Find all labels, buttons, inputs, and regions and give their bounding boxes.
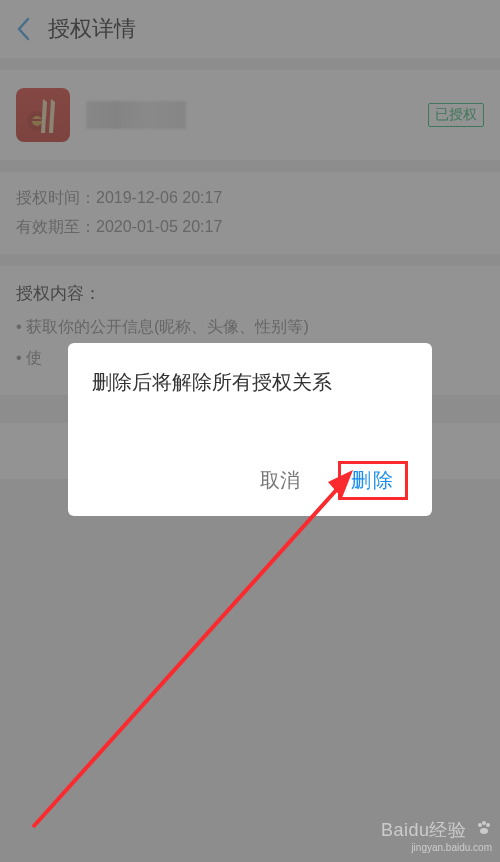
confirm-dialog: 删除后将解除所有授权关系 取消 删除 (68, 343, 432, 516)
watermark-url: jingyan.baidu.com (381, 842, 492, 854)
svg-point-7 (486, 823, 490, 827)
delete-button[interactable]: 删除 (338, 461, 408, 500)
watermark-brand: Baidu (381, 820, 430, 840)
paw-icon (476, 820, 492, 842)
watermark-logo: Baidu经验 (381, 820, 492, 842)
svg-point-5 (478, 823, 482, 827)
watermark: Baidu经验 jingyan.baidu.com (381, 820, 492, 854)
svg-point-8 (480, 828, 488, 834)
dialog-actions: 取消 删除 (92, 461, 408, 500)
svg-point-6 (482, 821, 486, 825)
dialog-message: 删除后将解除所有授权关系 (92, 367, 408, 397)
watermark-product: 经验 (429, 820, 466, 840)
cancel-button[interactable]: 取消 (252, 463, 308, 498)
